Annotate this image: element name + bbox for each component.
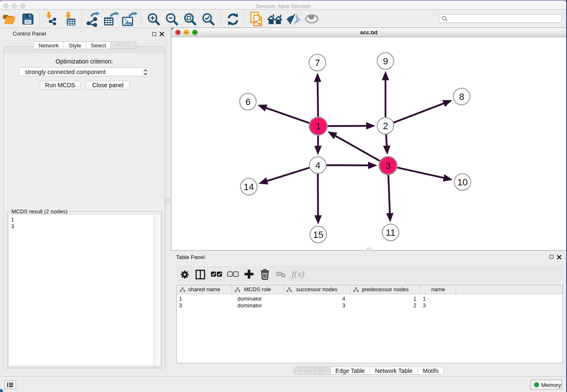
svg-text:2: 2 <box>383 121 388 131</box>
svg-text:14: 14 <box>244 182 254 192</box>
svg-text:4: 4 <box>315 160 320 171</box>
svg-text:3: 3 <box>385 160 391 171</box>
svg-text:10: 10 <box>457 177 468 188</box>
svg-text:8: 8 <box>459 91 464 102</box>
svg-text:6: 6 <box>245 97 250 107</box>
svg-text:11: 11 <box>386 227 396 238</box>
svg-text:7: 7 <box>315 58 320 68</box>
svg-text:1: 1 <box>316 121 321 132</box>
svg-text:15: 15 <box>313 229 323 240</box>
svg-text:9: 9 <box>383 56 388 66</box>
